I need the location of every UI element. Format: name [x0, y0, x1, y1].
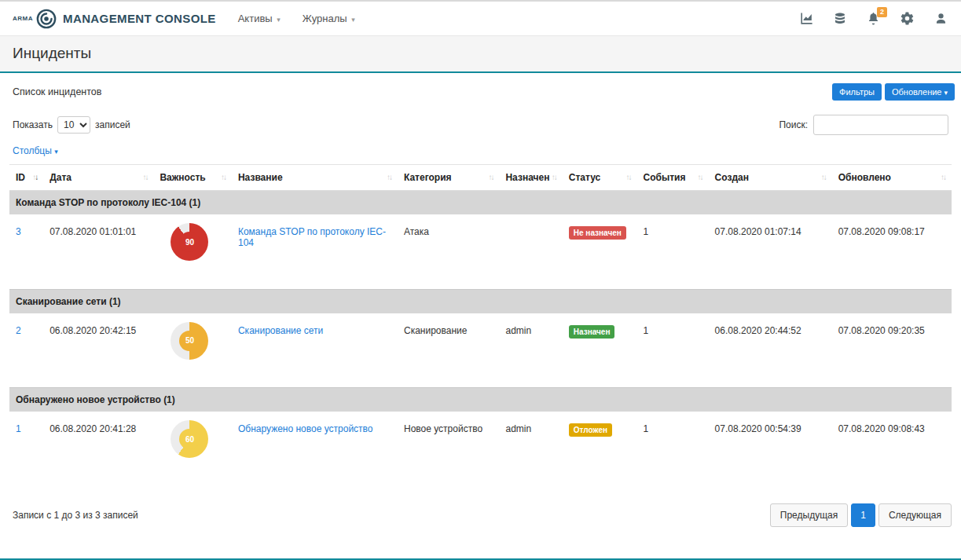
chevron-down-icon: ▾ [277, 16, 281, 24]
search-input[interactable] [813, 115, 948, 135]
pagination: Предыдущая 1 Следующая [770, 503, 952, 527]
cell-updated: 07.08.2020 09:08:43 [832, 412, 952, 486]
status-badge: Назначен [569, 325, 615, 339]
col-header-events[interactable]: ↑↓События [637, 165, 709, 191]
cell-id: 2 [9, 313, 43, 388]
cell-assigned: admin [499, 313, 562, 388]
group-label: Команда STOP по протоколу IEC-104 (1) [9, 191, 952, 215]
charts-icon[interactable] [799, 11, 814, 26]
prev-page-button[interactable]: Предыдущая [770, 503, 848, 527]
cell-category: Сканирование [398, 313, 499, 388]
incident-row[interactable]: 2 06.08.2020 20:42:15 50 Сканирование се… [9, 313, 952, 388]
severity-donut: 90 [171, 223, 208, 261]
cell-date: 06.08.2020 20:41:28 [43, 412, 153, 486]
cell-id: 1 [9, 412, 43, 486]
col-header-updated[interactable]: ↑↓Обновлено [832, 165, 952, 191]
refresh-button-label: Обновление [892, 87, 942, 97]
col-header-date[interactable]: ↑↓Дата [43, 165, 153, 191]
management-console-window: ARMA MANAGEMENT CONSOLE Активы ▾ Журналы… [0, 0, 961, 560]
filters-button[interactable]: Фильтры [832, 83, 882, 101]
incidents-panel: Список инцидентов Фильтры Обновление▾ По… [0, 73, 961, 558]
sort-icon: ↑↓ [221, 173, 226, 181]
status-badge: Отложен [569, 423, 612, 437]
sort-icon: ↑↓ [32, 173, 37, 181]
arma-logo-text: ARMA [13, 15, 33, 22]
incident-id-link[interactable]: 1 [16, 423, 21, 434]
top-navbar: ARMA MANAGEMENT CONSOLE Активы ▾ Журналы… [0, 2, 961, 36]
incidents-table-wrap: ↑↓ID ↑↓Дата ↑↓Важность ↑↓Название ↑↓Кате… [0, 164, 961, 486]
panel-title: Список инцидентов [13, 86, 101, 97]
col-header-name[interactable]: ↑↓Название [232, 165, 398, 191]
col-header-status[interactable]: ↑↓Статус [563, 165, 637, 191]
incident-row[interactable]: 3 07.08.2020 01:01:01 90 Команда STOP по… [9, 214, 952, 289]
current-page-button[interactable]: 1 [851, 503, 875, 527]
cell-severity: 90 [153, 214, 232, 289]
next-page-button[interactable]: Следующая [878, 503, 952, 527]
severity-value: 60 [171, 420, 208, 458]
cell-created: 06.08.2020 20:44:52 [709, 313, 832, 388]
chevron-down-icon: ▾ [351, 16, 355, 24]
severity-value: 50 [171, 322, 208, 360]
menu-logs[interactable]: Журналы ▾ [303, 13, 355, 24]
cell-created: 07.08.2020 01:07:14 [709, 214, 832, 289]
sort-icon: ↑↓ [552, 173, 556, 181]
brand-logo[interactable]: ARMA MANAGEMENT CONSOLE [13, 9, 216, 29]
search-control: Поиск: [779, 115, 948, 135]
incident-id-link[interactable]: 3 [16, 226, 21, 237]
columns-button[interactable]: Столбцы ▾ [13, 145, 58, 156]
page-header: Инциденты [0, 36, 961, 73]
group-label: Сканирование сети (1) [9, 289, 952, 313]
col-header-assigned[interactable]: ↑↓Назначен [499, 165, 562, 191]
cell-name: Сканирование сети [232, 313, 398, 388]
menu-assets-label: Активы [238, 13, 273, 24]
refresh-button[interactable]: Обновление▾ [885, 83, 955, 101]
incident-group-new-device: Обнаружено новое устройство (1) 1 06.08.… [9, 388, 952, 487]
table-header-row: ↑↓ID ↑↓Дата ↑↓Важность ↑↓Название ↑↓Кате… [9, 165, 952, 191]
sort-icon: ↑↓ [941, 173, 945, 181]
incident-name-link[interactable]: Команда STOP по протоколу IEC-104 [238, 226, 386, 248]
sort-icon: ↑↓ [821, 173, 826, 181]
incident-id-link[interactable]: 2 [16, 325, 21, 336]
incident-row[interactable]: 1 06.08.2020 20:41:28 60 Обнаружено ново… [9, 412, 952, 486]
cell-status: Не назначен [563, 214, 637, 289]
incident-name-link[interactable]: Сканирование сети [238, 325, 323, 336]
incidents-table: ↑↓ID ↑↓Дата ↑↓Важность ↑↓Название ↑↓Кате… [9, 164, 952, 486]
incident-name-link[interactable]: Обнаружено новое устройство [238, 423, 373, 434]
arma-swirl-logo-icon [36, 9, 57, 29]
sort-icon: ↑↓ [142, 173, 147, 181]
group-label: Обнаружено новое устройство (1) [9, 388, 952, 412]
page-size-select[interactable]: 10 [57, 116, 90, 134]
col-header-created[interactable]: ↑↓Создан [709, 165, 832, 191]
main-menu: Активы ▾ Журналы ▾ [238, 13, 355, 24]
severity-donut: 60 [171, 420, 208, 458]
cell-events: 1 [637, 412, 709, 486]
columns-row: Столбцы ▾ [0, 137, 961, 164]
database-icon[interactable] [833, 12, 847, 26]
chevron-down-icon: ▾ [54, 148, 58, 156]
page-size-control: Показать 10 записей [13, 116, 130, 134]
cell-date: 06.08.2020 20:42:15 [43, 313, 153, 388]
brand-title: MANAGEMENT CONSOLE [63, 12, 216, 25]
group-header-row: Обнаружено новое устройство (1) [9, 388, 952, 412]
show-label: Показать [13, 119, 53, 130]
cell-severity: 50 [153, 313, 232, 388]
columns-button-label: Столбцы [13, 145, 52, 156]
cell-name: Обнаружено новое устройство [232, 412, 398, 486]
cell-severity: 60 [153, 412, 232, 486]
cell-status: Отложен [563, 412, 637, 486]
settings-gear-icon[interactable] [900, 11, 915, 26]
notifications-bell-icon[interactable]: 2 [866, 11, 881, 26]
col-header-severity[interactable]: ↑↓Важность [153, 165, 232, 191]
col-header-category[interactable]: ↑↓Категория [398, 165, 499, 191]
user-profile-icon[interactable] [933, 11, 948, 26]
incident-group-stop-command: Команда STOP по протоколу IEC-104 (1) 3 … [9, 191, 952, 290]
cell-name: Команда STOP по протоколу IEC-104 [232, 214, 398, 289]
severity-value: 90 [171, 223, 208, 261]
table-controls: Показать 10 записей Поиск: [0, 108, 961, 137]
chevron-down-icon: ▾ [944, 89, 948, 97]
status-badge: Не назначен [569, 226, 626, 240]
cell-events: 1 [637, 214, 709, 289]
col-header-id[interactable]: ↑↓ID [9, 165, 43, 191]
menu-assets[interactable]: Активы ▾ [238, 13, 281, 24]
sort-icon: ↑↓ [698, 173, 702, 181]
